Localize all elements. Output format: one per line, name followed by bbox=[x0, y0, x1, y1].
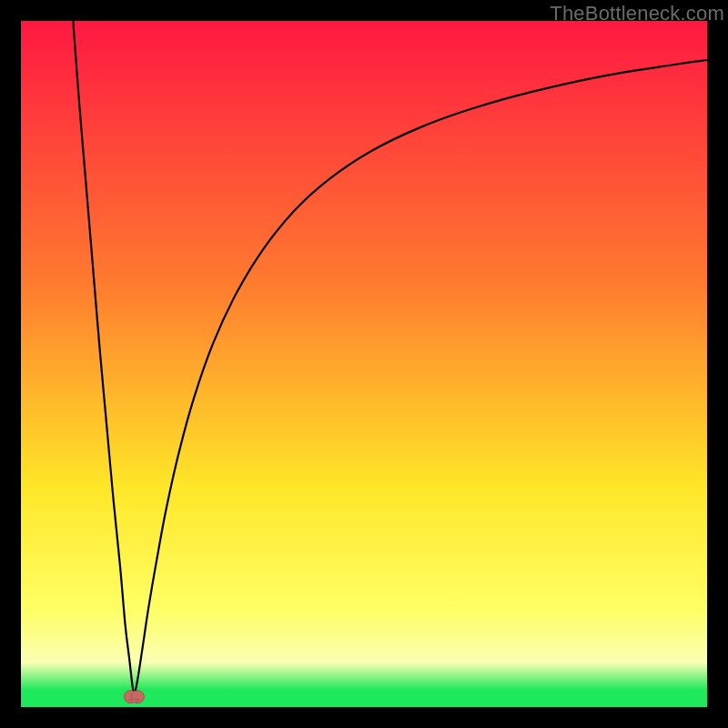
chart-frame bbox=[21, 21, 707, 707]
minimum-marker bbox=[124, 691, 144, 703]
bottleneck-chart bbox=[21, 21, 707, 707]
watermark-text: TheBottleneck.com bbox=[550, 2, 724, 25]
